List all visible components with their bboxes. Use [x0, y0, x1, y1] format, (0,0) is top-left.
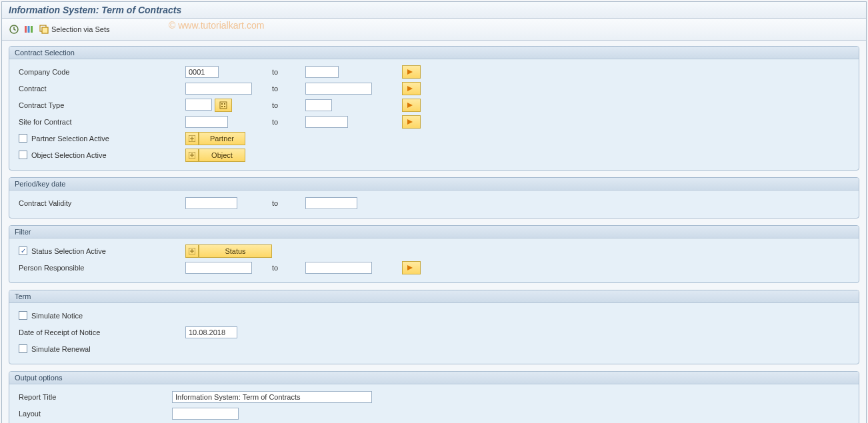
contract-type-from-input[interactable] — [185, 99, 212, 111]
svg-rect-3 — [31, 26, 33, 33]
company-code-from-input[interactable] — [185, 66, 219, 78]
site-from-input[interactable] — [185, 116, 228, 128]
row-simulate-renewal: Simulate Renewal — [15, 340, 853, 357]
svg-rect-8 — [224, 103, 225, 105]
date-receipt-label: Date of Receipt of Notice — [19, 328, 100, 336]
row-layout: Layout — [15, 405, 853, 422]
row-simulate-notice: Simulate Notice — [15, 307, 853, 324]
selection-via-sets-label: Selection via Sets — [51, 25, 109, 33]
status-button[interactable]: Status — [185, 244, 272, 258]
row-person-responsible: Person Responsible to — [15, 259, 853, 276]
row-site-for-contract: Site for Contract to — [15, 113, 853, 130]
partner-button[interactable]: Partner — [185, 132, 245, 145]
row-status-selection-active: Status Selection Active Status — [15, 242, 853, 259]
title-bar: Information System: Term of Contracts — [2, 2, 866, 19]
contract-validity-from-input[interactable] — [185, 197, 237, 209]
person-responsible-multi-button[interactable] — [402, 261, 421, 274]
group-title: Term — [9, 290, 859, 303]
to-label: to — [272, 118, 278, 126]
to-label: to — [272, 101, 278, 109]
contract-validity-label: Contract Validity — [19, 199, 71, 207]
svg-rect-10 — [224, 106, 225, 107]
app-window: Information System: Term of Contracts Se… — [1, 1, 867, 423]
group-period-key-date: Period/key date Contract Validity to — [9, 177, 859, 218]
partner-active-checkbox[interactable] — [19, 134, 27, 143]
to-label: to — [272, 85, 278, 93]
status-button-label: Status — [199, 244, 272, 258]
toolbar: Selection via Sets © www.tutorialkart.co… — [2, 19, 866, 41]
object-active-checkbox[interactable] — [19, 151, 27, 159]
watermark: © www.tutorialkart.com — [169, 20, 264, 31]
layout-label: Layout — [19, 410, 41, 418]
row-report-title: Report Title — [15, 388, 853, 405]
simulate-notice-checkbox[interactable] — [19, 311, 27, 320]
company-code-multi-button[interactable] — [402, 65, 421, 79]
simulate-notice-label: Simulate Notice — [31, 312, 83, 320]
object-active-label: Object Selection Active — [31, 151, 107, 159]
person-responsible-label: Person Responsible — [19, 264, 84, 272]
contract-label: Contract — [19, 85, 47, 93]
partner-button-label: Partner — [199, 132, 245, 145]
expand-icon — [185, 132, 199, 145]
to-label: to — [272, 199, 278, 207]
variant-icon[interactable] — [23, 24, 34, 35]
group-title: Period/key date — [9, 178, 859, 191]
layout-input[interactable] — [172, 408, 239, 420]
contract-to-input[interactable] — [305, 83, 372, 95]
contract-validity-to-input[interactable] — [305, 197, 357, 209]
contract-type-multi-button[interactable] — [402, 99, 421, 112]
simulate-renewal-checkbox[interactable] — [19, 344, 27, 353]
row-contract-type: Contract Type to — [15, 97, 853, 113]
status-active-checkbox[interactable] — [19, 246, 27, 255]
row-date-receipt-of-notice: Date of Receipt of Notice — [15, 324, 853, 340]
group-filter: Filter Status Selection Active Status — [9, 225, 859, 283]
svg-rect-1 — [25, 26, 27, 33]
group-contract-selection: Contract Selection Company Code to Contr… — [9, 46, 859, 171]
row-partner-selection-active: Partner Selection Active Partner — [15, 130, 853, 147]
site-label: Site for Contract — [19, 118, 71, 126]
expand-icon — [185, 149, 199, 162]
contract-multi-button[interactable] — [402, 82, 421, 95]
contract-type-label: Contract Type — [19, 101, 64, 109]
object-button-label: Object — [199, 149, 245, 162]
site-multi-button[interactable] — [402, 115, 421, 129]
contract-from-input[interactable] — [185, 83, 252, 95]
company-code-label: Company Code — [19, 68, 69, 76]
report-title-label: Report Title — [19, 393, 56, 401]
svg-rect-2 — [28, 26, 30, 33]
person-responsible-to-input[interactable] — [305, 262, 372, 274]
report-title-input[interactable] — [172, 391, 372, 403]
selection-via-sets-button[interactable]: Selection via Sets — [39, 25, 109, 34]
partner-active-label: Partner Selection Active — [31, 135, 109, 143]
simulate-renewal-label: Simulate Renewal — [31, 345, 91, 353]
company-code-to-input[interactable] — [305, 66, 339, 78]
contract-type-to-input[interactable] — [305, 99, 332, 111]
row-company-code: Company Code to — [15, 63, 853, 80]
contract-type-lookup-button[interactable] — [215, 99, 232, 112]
status-active-label: Status Selection Active — [31, 247, 106, 255]
row-object-selection-active: Object Selection Active Object — [15, 147, 853, 163]
group-title: Filter — [9, 226, 859, 238]
group-term: Term Simulate Notice Date of Receipt of … — [9, 290, 859, 364]
content-area: Contract Selection Company Code to Contr… — [2, 41, 866, 423]
page-title: Information System: Term of Contracts — [9, 5, 859, 15]
person-responsible-from-input[interactable] — [185, 262, 252, 274]
row-contract: Contract to — [15, 80, 853, 97]
svg-rect-5 — [42, 27, 48, 33]
group-title: Contract Selection — [9, 47, 859, 59]
expand-icon — [185, 244, 199, 258]
site-to-input[interactable] — [305, 116, 348, 128]
svg-rect-6 — [220, 102, 227, 109]
svg-rect-9 — [221, 106, 223, 107]
to-label: to — [272, 264, 278, 272]
row-contract-validity: Contract Validity to — [15, 195, 853, 211]
execute-icon[interactable] — [9, 24, 19, 35]
group-output-options: Output options Report Title Layout Use G… — [9, 371, 859, 423]
to-label: to — [272, 68, 278, 76]
object-button[interactable]: Object — [185, 149, 245, 162]
svg-rect-7 — [221, 103, 223, 105]
date-receipt-input[interactable] — [185, 326, 237, 338]
group-title: Output options — [9, 372, 859, 384]
